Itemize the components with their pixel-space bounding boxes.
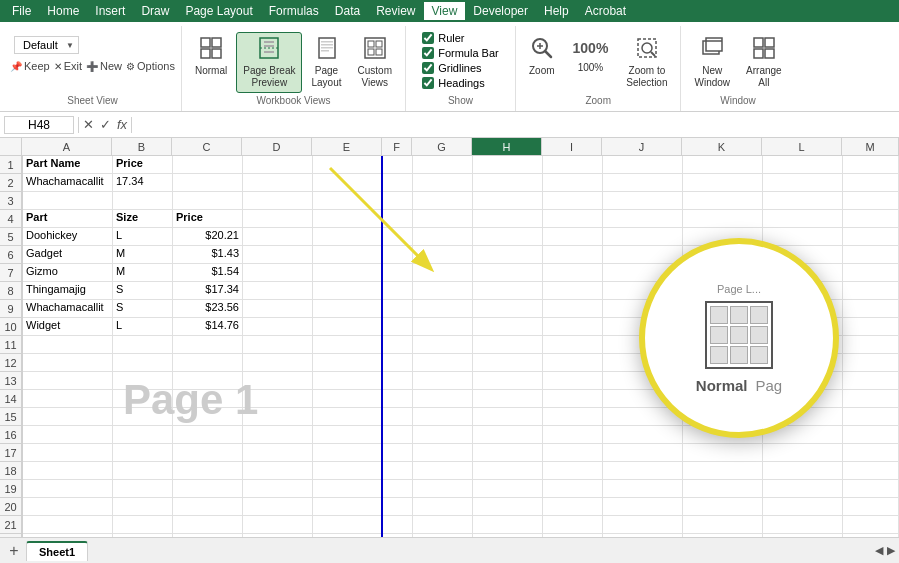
cell-r2-c2[interactable] [173, 174, 243, 192]
cell-r2-c8[interactable] [543, 174, 603, 192]
cell-r15-c4[interactable] [313, 408, 383, 426]
cell-r10-c4[interactable] [313, 318, 383, 336]
cell-r8-c1[interactable]: S [113, 282, 173, 300]
cell-r17-c0[interactable] [23, 444, 113, 462]
cell-r1-c9[interactable] [603, 156, 683, 174]
row-header-9[interactable]: 9 [0, 300, 22, 318]
cell-r5-c3[interactable] [243, 228, 313, 246]
cell-r1-c8[interactable] [543, 156, 603, 174]
cell-r4-c2[interactable]: Price [173, 210, 243, 228]
cell-r14-c8[interactable] [543, 390, 603, 408]
cell-r7-c0[interactable]: Gizmo [23, 264, 113, 282]
zoom-button[interactable]: Zoom [522, 32, 562, 81]
cell-r4-c1[interactable]: Size [113, 210, 173, 228]
cell-r17-c9[interactable] [603, 444, 683, 462]
cell-r16-c2[interactable] [173, 426, 243, 444]
cell-r3-c8[interactable] [543, 192, 603, 210]
cell-r20-c0[interactable] [23, 498, 113, 516]
row-header-3[interactable]: 3 [0, 192, 22, 210]
normal-view-button[interactable]: Normal [188, 32, 234, 81]
cell-r22-c8[interactable] [543, 534, 603, 537]
cell-r7-c5[interactable] [383, 264, 413, 282]
cell-r7-c1[interactable]: M [113, 264, 173, 282]
cell-r6-c4[interactable] [313, 246, 383, 264]
formula-bar-check[interactable]: Formula Bar [422, 47, 499, 59]
cell-r18-c11[interactable] [763, 462, 843, 480]
cell-r19-c4[interactable] [313, 480, 383, 498]
cell-r19-c3[interactable] [243, 480, 313, 498]
cell-r3-c11[interactable] [763, 192, 843, 210]
row-header-4[interactable]: 4 [0, 210, 22, 228]
col-header-l[interactable]: L [762, 138, 842, 156]
cell-r22-c0[interactable] [23, 534, 113, 537]
arrange-all-button[interactable]: ArrangeAll [739, 32, 789, 93]
cell-r22-c9[interactable] [603, 534, 683, 537]
col-header-g[interactable]: G [412, 138, 472, 156]
cell-r7-c7[interactable] [473, 264, 543, 282]
menu-home[interactable]: Home [39, 2, 87, 20]
cell-r21-c0[interactable] [23, 516, 113, 534]
cell-r14-c7[interactable] [473, 390, 543, 408]
cell-r18-c1[interactable] [113, 462, 173, 480]
cell-r22-c1[interactable] [113, 534, 173, 537]
cell-r12-c2[interactable] [173, 354, 243, 372]
row-header-22[interactable]: 22 [0, 534, 22, 537]
cell-r22-c3[interactable] [243, 534, 313, 537]
cell-r15-c6[interactable] [413, 408, 473, 426]
cell-r12-c5[interactable] [383, 354, 413, 372]
row-header-2[interactable]: 2 [0, 174, 22, 192]
zoom-selection-button[interactable]: Zoom toSelection [619, 32, 674, 93]
cell-r3-c9[interactable] [603, 192, 683, 210]
col-header-h[interactable]: H [472, 138, 542, 156]
page-break-button[interactable]: Page BreakPreview [236, 32, 302, 93]
cell-r16-c8[interactable] [543, 426, 603, 444]
cell-r8-c3[interactable] [243, 282, 313, 300]
cell-r17-c2[interactable] [173, 444, 243, 462]
function-icon[interactable]: fx [117, 117, 127, 132]
cell-r8-c8[interactable] [543, 282, 603, 300]
cell-r12-c6[interactable] [413, 354, 473, 372]
cell-r5-c11[interactable] [763, 228, 843, 246]
gridlines-check[interactable]: Gridlines [422, 62, 499, 74]
cell-r14-c6[interactable] [413, 390, 473, 408]
menu-review[interactable]: Review [368, 2, 423, 20]
cell-r16-c1[interactable] [113, 426, 173, 444]
confirm-icon[interactable]: ✓ [100, 117, 111, 132]
headings-checkbox[interactable] [422, 77, 434, 89]
cell-r4-c5[interactable] [383, 210, 413, 228]
cell-r16-c7[interactable] [473, 426, 543, 444]
cell-r9-c8[interactable] [543, 300, 603, 318]
cell-r21-c9[interactable] [603, 516, 683, 534]
cell-r15-c5[interactable] [383, 408, 413, 426]
cell-r17-c5[interactable] [383, 444, 413, 462]
cell-r17-c10[interactable] [683, 444, 763, 462]
row-header-6[interactable]: 6 [0, 246, 22, 264]
cell-r3-c0[interactable] [23, 192, 113, 210]
cell-r5-c7[interactable] [473, 228, 543, 246]
row-header-10[interactable]: 10 [0, 318, 22, 336]
cell-r19-c10[interactable] [683, 480, 763, 498]
exit-button[interactable]: ✕ Exit [54, 60, 82, 72]
menu-data[interactable]: Data [327, 2, 368, 20]
cell-r18-c10[interactable] [683, 462, 763, 480]
cell-r15-c2[interactable] [173, 408, 243, 426]
cell-r20-c8[interactable] [543, 498, 603, 516]
cell-r8-c0[interactable]: Thingamajig [23, 282, 113, 300]
row-header-8[interactable]: 8 [0, 282, 22, 300]
cell-r21-c6[interactable] [413, 516, 473, 534]
cell-r10-c2[interactable]: $14.76 [173, 318, 243, 336]
cell-r10-c3[interactable] [243, 318, 313, 336]
menu-draw[interactable]: Draw [133, 2, 177, 20]
cell-r16-c5[interactable] [383, 426, 413, 444]
cell-r6-c8[interactable] [543, 246, 603, 264]
cell-r1-c2[interactable] [173, 156, 243, 174]
cell-r19-c9[interactable] [603, 480, 683, 498]
row-header-18[interactable]: 18 [0, 462, 22, 480]
cell-r10-c5[interactable] [383, 318, 413, 336]
cell-r11-c7[interactable] [473, 336, 543, 354]
formula-input[interactable] [136, 118, 895, 132]
cell-r6-c0[interactable]: Gadget [23, 246, 113, 264]
menu-help[interactable]: Help [536, 2, 577, 20]
cell-r2-c4[interactable] [313, 174, 383, 192]
cell-r11-c5[interactable] [383, 336, 413, 354]
